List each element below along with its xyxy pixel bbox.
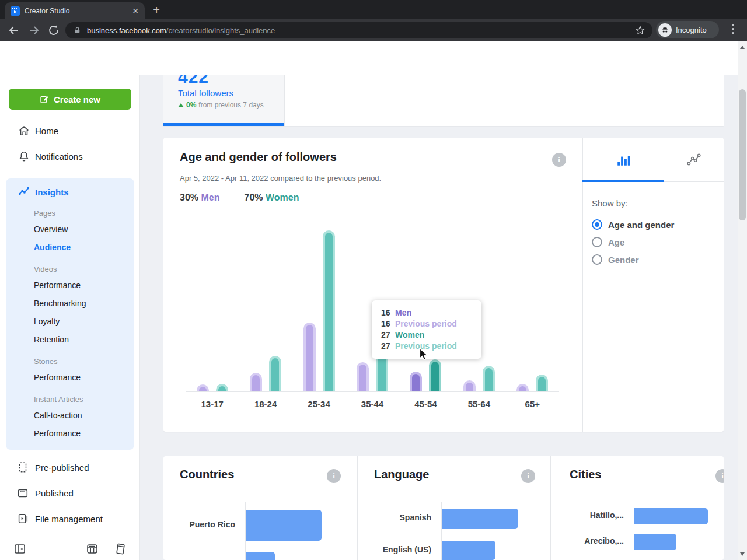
show-by-label: Show by: xyxy=(592,198,628,208)
main-content: 422 Total followers 0% from previous 7 d… xyxy=(140,75,738,560)
new-tab-button[interactable]: + xyxy=(149,4,163,18)
demographics-row: Countries i Puerto Rico Language i Spani… xyxy=(163,456,724,560)
sidebar-item-retention[interactable]: Retention xyxy=(6,331,134,349)
bar-chart-icon xyxy=(616,152,631,167)
followers-delta: 0% from previous 7 days xyxy=(178,101,264,109)
sidebar-item-performance[interactable]: Performance xyxy=(6,276,134,295)
page-scrollbar[interactable] xyxy=(738,41,747,560)
radio-option-gender[interactable]: Gender xyxy=(592,254,639,265)
tooltip-value: 27 xyxy=(381,341,395,352)
bar-men-25-34[interactable] xyxy=(306,325,313,391)
collapse-sidebar-icon[interactable] xyxy=(13,542,27,556)
url-text: business.facebook.com/creatorstudio/insi… xyxy=(87,26,635,35)
bar-women-65+[interactable] xyxy=(538,377,546,391)
bar-women-35-44[interactable] xyxy=(378,355,386,391)
h-bar-language-1[interactable] xyxy=(442,541,495,560)
bar-men-55-64[interactable] xyxy=(466,383,473,391)
sidebar: Create new Home Notifications Insights P… xyxy=(0,75,140,560)
sidebar-item-benchmarking[interactable]: Benchmarking xyxy=(6,295,134,313)
tooltip-row: 27Women xyxy=(381,330,481,341)
insights-icon xyxy=(18,186,30,198)
bar-women-13-17[interactable] xyxy=(218,386,226,392)
countries-title: Countries xyxy=(180,468,234,481)
x-axis-label: 55-64 xyxy=(452,399,505,409)
sidebar-item-overview[interactable]: Overview xyxy=(6,220,134,239)
total-followers-stat-tab[interactable]: 422 Total followers 0% from previous 7 d… xyxy=(163,75,285,126)
incognito-label: Incognito xyxy=(676,26,707,34)
h-bar-countries-1[interactable] xyxy=(246,552,275,560)
tooltip-row: 16Previous period xyxy=(381,318,481,330)
sidebar-item-home[interactable]: Home xyxy=(0,123,140,139)
published-icon xyxy=(16,487,29,499)
info-icon[interactable]: i xyxy=(521,469,535,483)
sidebar-item-published[interactable]: Published xyxy=(0,485,140,501)
browser-menu-icon[interactable] xyxy=(732,24,734,36)
tab-bar-chart[interactable] xyxy=(582,138,664,182)
delta-up-icon xyxy=(178,103,184,107)
age-gender-card: Age and gender of followers i Apr 5, 202… xyxy=(163,138,724,432)
radio-selected-icon[interactable] xyxy=(592,219,602,230)
forward-icon[interactable] xyxy=(27,23,41,37)
app-header: Creator Studio ? xyxy=(0,41,738,75)
h-bar-cities-0[interactable] xyxy=(634,508,708,524)
bookmark-star-icon[interactable] xyxy=(635,25,645,36)
bar-men-45-54[interactable] xyxy=(412,374,420,391)
scroll-up-icon[interactable] xyxy=(740,46,745,49)
back-icon[interactable] xyxy=(7,23,21,37)
bar-men-18-24[interactable] xyxy=(252,375,260,392)
h-bar-language-0[interactable] xyxy=(442,509,518,528)
bar-label: Arecibo,... xyxy=(551,536,624,548)
bar-label: Hatillo,... xyxy=(551,510,624,522)
tab-title: Creator Studio xyxy=(25,7,132,15)
create-new-button[interactable]: Create new xyxy=(9,89,131,110)
h-bar-cities-1[interactable] xyxy=(634,534,676,550)
radio-option-age-and-gender[interactable]: Age and gender xyxy=(592,219,674,230)
sidebar-item-notifications[interactable]: Notifications xyxy=(0,148,140,164)
bar-women-55-64[interactable] xyxy=(485,368,493,391)
tab-close-icon[interactable]: ✕ xyxy=(132,7,139,15)
tooltip-value: 16 xyxy=(381,318,395,330)
x-axis-label: 35-44 xyxy=(345,399,399,409)
bar-women-25-34[interactable] xyxy=(325,233,333,391)
info-icon[interactable]: i xyxy=(327,469,341,483)
total-followers-value: 422 xyxy=(178,75,209,87)
info-icon[interactable]: i xyxy=(715,469,724,483)
scroll-down-icon[interactable] xyxy=(740,552,745,556)
bar-women-18-24[interactable] xyxy=(271,358,279,391)
sidebar-item-call-to-action[interactable]: Call-to-action xyxy=(6,407,134,425)
chart-options-panel: Show by: Age and genderAgeGender xyxy=(582,138,724,432)
radio-icon[interactable] xyxy=(592,237,602,247)
x-axis-label: 65+ xyxy=(506,399,559,409)
tab-favicon-icon xyxy=(11,6,20,16)
tab-line-chart[interactable] xyxy=(664,138,724,182)
incognito-icon xyxy=(658,23,672,37)
bar-men-35-44[interactable] xyxy=(359,365,366,391)
radio-icon[interactable] xyxy=(592,254,602,265)
sidebar-item-pre-published[interactable]: Pre-published xyxy=(0,460,140,475)
home-icon xyxy=(18,124,30,137)
address-bar[interactable]: business.facebook.com/creatorstudio/insi… xyxy=(65,22,652,38)
sidebar-item-file-management[interactable]: File management xyxy=(0,511,140,526)
scrollbar-thumb[interactable] xyxy=(739,89,746,220)
language-title: Language xyxy=(374,468,429,481)
sidebar-item-audience[interactable]: Audience xyxy=(6,239,134,257)
browser-tab[interactable]: Creator Studio ✕ xyxy=(5,2,145,19)
content-table-icon[interactable] xyxy=(85,542,99,556)
sidebar-item-performance[interactable]: Performance xyxy=(6,369,134,387)
notes-book-icon[interactable] xyxy=(113,542,127,556)
bar-label: Spanish xyxy=(358,513,431,524)
bar-label: English (US) xyxy=(358,545,431,556)
radio-option-age[interactable]: Age xyxy=(592,237,624,247)
create-pencil-icon xyxy=(40,94,49,104)
sidebar-item-loyalty[interactable]: Loyalty xyxy=(6,313,134,331)
sidebar-item-performance[interactable]: Performance xyxy=(6,425,134,443)
h-bar-countries-0[interactable] xyxy=(246,510,322,541)
tooltip-row: 27Previous period xyxy=(381,341,481,352)
bar-men-13-17[interactable] xyxy=(199,387,207,391)
sidebar-section-header: Instant Articles xyxy=(6,393,134,407)
bell-icon xyxy=(18,150,30,163)
reload-icon[interactable] xyxy=(47,23,61,37)
bar-women-45-54[interactable] xyxy=(431,362,439,391)
sidebar-section-header: Stories xyxy=(6,355,134,369)
sidebar-item-insights[interactable]: Insights xyxy=(6,183,134,201)
